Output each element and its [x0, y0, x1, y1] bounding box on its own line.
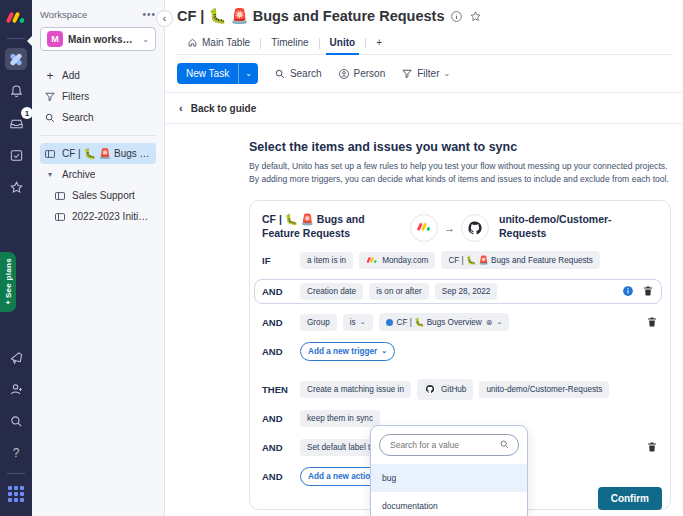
- sidebar-search-button[interactable]: Search: [40, 107, 156, 128]
- remove-value-icon[interactable]: ⊗: [486, 318, 493, 327]
- github-octocat-icon: [467, 220, 483, 236]
- github-octocat-icon: [425, 384, 435, 394]
- trash-icon[interactable]: [642, 285, 654, 297]
- see-plans-label: See plans: [4, 258, 13, 298]
- chip-operator-is[interactable]: is⌄: [343, 314, 373, 331]
- rule-row-group: AND Group is⌄ CF | 🐛 Bugs Overview ⊗ ⌄: [262, 312, 658, 333]
- search-icon[interactable]: [5, 410, 27, 432]
- chip-operator[interactable]: is on or after: [369, 283, 429, 300]
- github-tool-icon: [461, 214, 489, 242]
- board-icon: [54, 190, 66, 202]
- chip-create-matching: Create a matching issue in: [300, 381, 411, 398]
- monday-tool-icon: [410, 214, 438, 242]
- main-content: CF | 🐛 🚨 Bugs and Feature Requests Main …: [165, 0, 683, 516]
- grid-dots: [8, 486, 24, 502]
- help-icon[interactable]: ?: [5, 442, 27, 464]
- chevron-down-icon: ⌄: [496, 318, 502, 326]
- search-icon: [499, 439, 510, 450]
- toolbar-person-button[interactable]: Person: [338, 68, 386, 80]
- chip-item-is-in: a item is in: [300, 252, 353, 269]
- add-trigger-button[interactable]: Add a new trigger⌄: [300, 342, 395, 361]
- tab-add[interactable]: +: [366, 32, 392, 54]
- apps-grid-icon[interactable]: [5, 483, 27, 505]
- workspace-label: Workspace: [40, 9, 87, 20]
- sidebar-filters-button[interactable]: Filters: [40, 86, 156, 107]
- chip-source-board[interactable]: CF | 🐛 🚨 Bugs and Feature Requests: [441, 251, 600, 269]
- x-app-icon: [5, 48, 27, 70]
- sidebar-archive-toggle[interactable]: ▾ Archive: [40, 164, 156, 185]
- flow-connector: →: [410, 214, 489, 242]
- sparkle-icon: ✦: [5, 300, 11, 306]
- tab-unito[interactable]: Unito: [320, 32, 366, 54]
- flow-rules-card: CF | 🐛 🚨 Bugs and Feature Requests → uni…: [249, 200, 671, 510]
- toolbar-search-button[interactable]: Search: [274, 68, 322, 80]
- board-toolbar: New Task ⌄ Search Person Filter ⌄: [165, 55, 683, 93]
- search-icon: [44, 112, 56, 124]
- group-color-dot: [386, 319, 393, 326]
- flow-source-title: CF | 🐛 🚨 Bugs and Feature Requests: [262, 212, 400, 240]
- chip-field-creation-date[interactable]: Creation date: [300, 283, 363, 300]
- see-plans-button[interactable]: See plans ✦: [0, 252, 16, 312]
- board-icon: [44, 148, 56, 160]
- favorite-star-icon[interactable]: [469, 10, 482, 23]
- page-title[interactable]: CF | 🐛 🚨 Bugs and Feature Requests: [177, 8, 444, 25]
- funnel-icon: [401, 68, 413, 80]
- chip-target-repo[interactable]: unito-demo/Customer-Requests: [479, 381, 609, 398]
- chevron-down-icon: ⌄: [142, 35, 149, 44]
- workspace-selector[interactable]: M Main workspace ⌄: [40, 27, 156, 51]
- work-management-app-icon[interactable]: [5, 48, 27, 70]
- favorites-star-icon[interactable]: [5, 176, 27, 198]
- board-icon: [54, 211, 66, 223]
- chip-group-value[interactable]: CF | 🐛 Bugs Overview ⊗ ⌄: [379, 313, 510, 331]
- dropdown-search[interactable]: [379, 434, 519, 456]
- monday-logo[interactable]: [5, 7, 27, 29]
- toolbar-filter-button[interactable]: Filter ⌄: [401, 68, 450, 80]
- sidebar-board-bugs[interactable]: CF | 🐛 🚨 Bugs and Feature Requests: [40, 143, 156, 164]
- new-task-button[interactable]: New Task ⌄: [177, 63, 258, 84]
- dropdown-option-documentation[interactable]: documentation: [371, 492, 527, 516]
- dropdown-option-bug[interactable]: bug: [371, 464, 527, 492]
- rule-row-if: IF a item is in Monday.com CF | 🐛 🚨 Bugs…: [262, 250, 658, 271]
- app-window: 1 ? See plans ✦ Workspace •••: [0, 0, 683, 516]
- sidebar-board-initiatives[interactable]: 2022-2023 Initiatives: [40, 206, 156, 227]
- tab-timeline[interactable]: Timeline: [261, 32, 318, 54]
- back-to-guide-link[interactable]: ‹ Back to guide: [165, 93, 683, 124]
- rail-divider: [7, 38, 25, 39]
- rule-row-add-trigger: AND Add a new trigger⌄: [262, 341, 658, 362]
- dropdown-search-input[interactable]: [388, 439, 495, 451]
- section-heading: Select the items and issues you want to …: [249, 140, 683, 154]
- page-header: CF | 🐛 🚨 Bugs and Feature Requests Main …: [165, 0, 683, 55]
- flow-card-header: CF | 🐛 🚨 Bugs and Feature Requests → uni…: [262, 212, 658, 242]
- chip-date-value[interactable]: Sep 28, 2022: [435, 283, 498, 300]
- my-work-icon[interactable]: [5, 144, 27, 166]
- workspace-avatar: M: [47, 31, 63, 47]
- person-icon: [338, 68, 350, 80]
- rule-row-then: THEN Create a matching issue in GitHub u…: [262, 379, 658, 400]
- origami-icon[interactable]: [5, 346, 27, 368]
- chip-tool-github[interactable]: GitHub: [417, 379, 473, 400]
- invite-members-icon[interactable]: [5, 378, 27, 400]
- section-description: By default, Unito has set up a few rules…: [249, 160, 677, 187]
- inbox-icon[interactable]: 1: [5, 112, 27, 134]
- chip-field-group[interactable]: Group: [300, 314, 337, 331]
- trash-icon[interactable]: [646, 441, 658, 453]
- workspace-menu-icon[interactable]: •••: [142, 9, 156, 20]
- rule-row-creation-date: AND Creation date is on or after Sep 28,…: [254, 279, 662, 304]
- unito-rules-panel: Select the items and issues you want to …: [165, 124, 683, 516]
- chip-tool-monday[interactable]: Monday.com: [359, 252, 435, 269]
- search-icon: [274, 68, 286, 80]
- sidebar-board-sales-support[interactable]: Sales Support: [40, 185, 156, 206]
- tab-main-table[interactable]: Main Table: [177, 32, 260, 54]
- info-icon[interactable]: [622, 285, 634, 297]
- info-icon[interactable]: [450, 10, 463, 23]
- arrow-right-icon: →: [444, 222, 455, 234]
- notifications-bell-icon[interactable]: [5, 80, 27, 102]
- workspace-name: Main workspace: [68, 34, 137, 45]
- sidebar-divider: [40, 135, 156, 136]
- chevron-down-icon: ⌄: [443, 69, 450, 78]
- confirm-button[interactable]: Confirm: [598, 487, 662, 510]
- sidebar-add-button[interactable]: + Add: [40, 65, 156, 86]
- trash-icon[interactable]: [646, 316, 658, 328]
- chevron-down-icon[interactable]: ⌄: [238, 63, 258, 84]
- sidebar-collapse-button[interactable]: ‹: [156, 10, 173, 27]
